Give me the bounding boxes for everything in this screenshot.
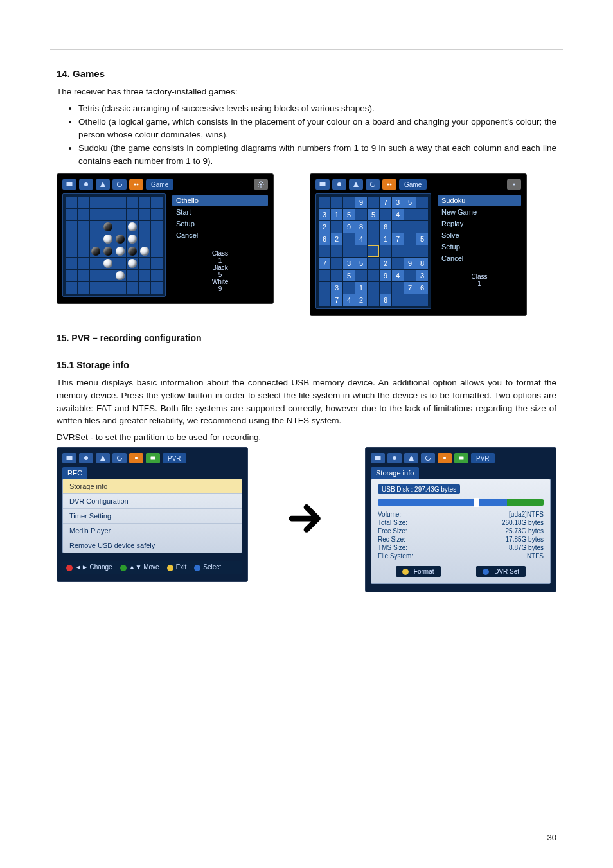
black-disc	[116, 235, 125, 244]
svg-point-8	[390, 184, 392, 186]
rec-screenshot: PVR REC Storage infoDVR ConfigurationTim…	[57, 447, 248, 581]
othello-board	[62, 193, 166, 297]
hint-item: ▲▼ Move	[120, 563, 159, 571]
list-item[interactable]: Media Player	[63, 524, 242, 538]
storage-para1: This menu displays basic information abo…	[57, 376, 556, 427]
svg-rect-13	[151, 457, 155, 460]
othello-cell	[114, 270, 126, 281]
header-rule	[50, 49, 563, 50]
hint-item: ◄► Change	[66, 563, 112, 571]
sudoku-cell: 1	[331, 209, 342, 220]
loop-icon	[112, 453, 127, 463]
othello-cell	[78, 282, 89, 294]
othello-cell	[90, 221, 102, 233]
arrow-right-icon	[284, 496, 329, 544]
list-item[interactable]: Storage info	[63, 479, 242, 494]
storage-buttons: FormatDVR Set	[378, 566, 544, 577]
sudoku-cell: 9	[404, 258, 416, 269]
sudoku-cell	[331, 197, 342, 208]
sat-icon	[387, 453, 402, 463]
othello-cell	[102, 245, 114, 257]
sudoku-cell	[343, 245, 355, 257]
storage-row: File System:NTFS	[378, 553, 544, 560]
othello-cell	[78, 209, 89, 220]
sudoku-cell: 9	[380, 270, 391, 281]
menu-item[interactable]: Start	[172, 206, 268, 218]
menu-item[interactable]: Othello	[172, 195, 268, 206]
storage-action-button[interactable]: DVR Set	[476, 566, 526, 577]
sudoku-cell	[392, 245, 404, 257]
sudoku-screenshot: Game 97353155429866241757352985943317674…	[310, 173, 527, 316]
othello-cell	[78, 233, 89, 245]
loop-icon	[112, 179, 127, 190]
sudoku-cell	[331, 245, 342, 257]
tv-icon	[62, 453, 76, 463]
sudoku-cell: 1	[380, 233, 391, 245]
svg-point-7	[387, 184, 389, 186]
othello-screenshot: Game OthelloStartSetupCancel Class1Black…	[57, 173, 274, 304]
sudoku-cell: 7	[404, 282, 416, 294]
sudoku-cell	[368, 245, 379, 257]
white-disc	[116, 271, 125, 280]
game-stat: White9	[172, 278, 268, 292]
games-item: Sudoku (the game consists in completing …	[78, 142, 556, 167]
menu-item[interactable]: Setup	[438, 241, 521, 252]
sudoku-cell: 6	[380, 221, 391, 233]
othello-cell	[127, 258, 138, 269]
sudoku-cell	[392, 258, 404, 269]
sudoku-cell: 4	[392, 209, 404, 220]
menu-item[interactable]: Setup	[172, 218, 268, 229]
sudoku-cell: 8	[355, 221, 367, 233]
sudoku-cell: 9	[355, 197, 367, 208]
topbar-tag: Game	[399, 179, 427, 190]
othello-cell	[78, 270, 89, 281]
black-disc	[128, 247, 137, 256]
section-pvr-heading: 15. PVR – recording configuration	[57, 333, 556, 343]
menu-item[interactable]: New Game	[438, 206, 521, 218]
list-item[interactable]: Remove USB device safely	[63, 538, 242, 553]
othello-cell	[151, 245, 163, 257]
list-item[interactable]: Timer Setting	[63, 509, 242, 524]
topbar-tag: PVR	[471, 453, 495, 463]
othello-cell	[139, 221, 150, 233]
sudoku-cell	[368, 294, 379, 306]
othello-cell	[66, 258, 77, 269]
black-disc	[103, 222, 112, 231]
othello-cell	[114, 245, 126, 257]
menu-item[interactable]: Solve	[438, 229, 521, 241]
othello-side-menu: OthelloStartSetupCancel Class1Black5Whit…	[172, 193, 268, 297]
hint-item: Select	[194, 563, 221, 571]
game-icon	[382, 179, 396, 190]
menu-item[interactable]: Cancel	[438, 252, 521, 264]
list-item[interactable]: DVR Configuration	[63, 494, 242, 509]
svg-point-6	[337, 182, 341, 186]
page-number: 30	[547, 833, 556, 842]
storage-action-button[interactable]: Format	[396, 566, 441, 577]
othello-cell	[139, 258, 150, 269]
sudoku-cell: 3	[331, 282, 342, 294]
svg-point-2	[134, 184, 136, 186]
games-intro: The receiver has three factory-installed…	[57, 85, 556, 98]
white-disc	[128, 222, 137, 231]
menu-item[interactable]: Replay	[438, 218, 521, 229]
othello-cell	[151, 258, 163, 269]
sudoku-cell	[368, 197, 379, 208]
sudoku-cell	[355, 270, 367, 281]
hint-item: Exit	[167, 563, 187, 571]
othello-cell	[102, 270, 114, 281]
tv-icon	[62, 179, 76, 190]
sudoku-cell: 4	[355, 233, 367, 245]
menu-item[interactable]: Sudoku	[438, 195, 521, 206]
ant-icon	[96, 179, 110, 190]
menu-item[interactable]: Cancel	[172, 229, 268, 241]
sat-icon	[79, 179, 93, 190]
game-stat: Black5	[172, 264, 268, 278]
svg-rect-5	[320, 182, 326, 186]
othello-cell	[127, 209, 138, 220]
screenshot-topbar: Game	[62, 179, 268, 190]
sudoku-cell: 5	[416, 233, 428, 245]
storage-panel-title: Storage info	[371, 467, 419, 479]
rec-list: Storage infoDVR ConfigurationTimer Setti…	[62, 479, 242, 553]
othello-cell	[139, 209, 150, 220]
othello-cell	[102, 233, 114, 245]
